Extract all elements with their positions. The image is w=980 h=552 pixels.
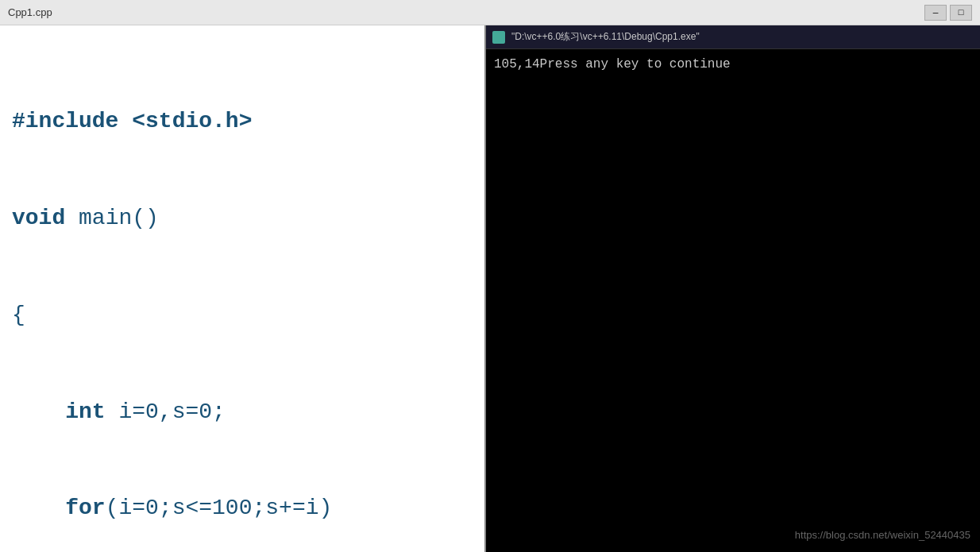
code-line-2: void main() [12,203,473,235]
code-line-5: for(i=0;s<=100;s+=i) [12,492,473,525]
console-body: 105,14Press any key to continue https://… [486,49,980,552]
watermark: https://blog.csdn.net/weixin_52440435 [795,528,970,542]
minimize-button[interactable]: — [924,5,947,21]
code-editor[interactable]: #include <stdio.h> void main() { int i=0… [12,41,473,552]
code-line-3: { [12,299,473,332]
console-output: 105,14Press any key to continue [494,56,972,73]
code-line-4: int i=0,s=0; [12,396,473,429]
window-controls: — □ [924,5,972,21]
title-bar: Cpp1.cpp — □ [0,0,980,25]
content-area: #include <stdio.h> void main() { int i=0… [0,25,980,552]
console-icon [492,31,505,44]
console-title-bar: "D:\vc++6.0练习\vc++6.11\Debug\Cpp1.exe" [486,25,980,49]
code-line-1: #include <stdio.h> [12,106,473,138]
console-panel: "D:\vc++6.0练习\vc++6.11\Debug\Cpp1.exe" 1… [484,25,980,552]
main-window: Cpp1.cpp — □ #include <stdio.h> void mai… [0,0,980,552]
window-title: Cpp1.cpp [8,6,52,18]
maximize-button[interactable]: □ [950,5,972,21]
console-title: "D:\vc++6.0练习\vc++6.11\Debug\Cpp1.exe" [511,30,700,44]
code-panel: #include <stdio.h> void main() { int i=0… [0,25,484,552]
